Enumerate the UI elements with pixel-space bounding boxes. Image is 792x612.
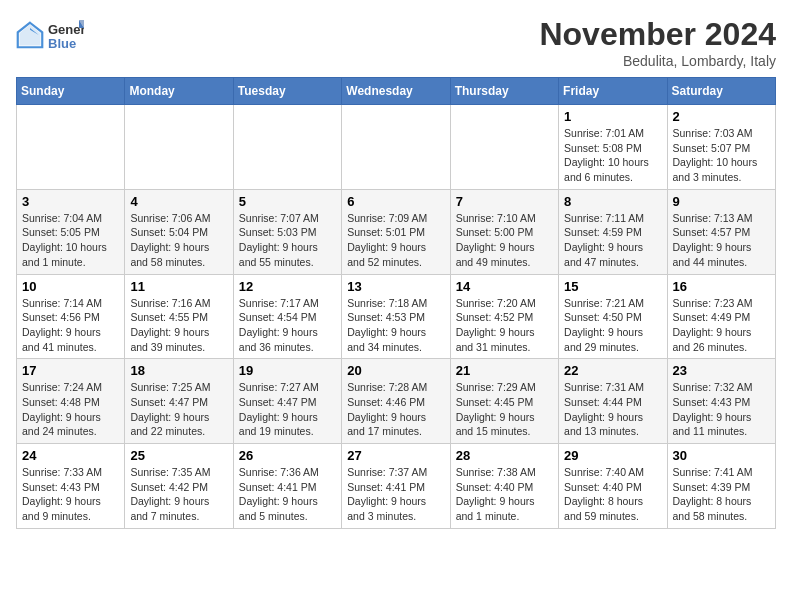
page-header: General Blue November 2024 Bedulita, Lom… [16, 16, 776, 69]
day-number: 20 [347, 363, 444, 378]
day-cell: 13Sunrise: 7:18 AMSunset: 4:53 PMDayligh… [342, 274, 450, 359]
day-cell: 1Sunrise: 7:01 AMSunset: 5:08 PMDaylight… [559, 105, 667, 190]
day-info: Sunrise: 7:24 AMSunset: 4:48 PMDaylight:… [22, 380, 119, 439]
weekday-header-wednesday: Wednesday [342, 78, 450, 105]
day-cell: 15Sunrise: 7:21 AMSunset: 4:50 PMDayligh… [559, 274, 667, 359]
day-info: Sunrise: 7:37 AMSunset: 4:41 PMDaylight:… [347, 465, 444, 524]
day-cell: 4Sunrise: 7:06 AMSunset: 5:04 PMDaylight… [125, 189, 233, 274]
day-number: 29 [564, 448, 661, 463]
day-cell: 27Sunrise: 7:37 AMSunset: 4:41 PMDayligh… [342, 444, 450, 529]
day-info: Sunrise: 7:11 AMSunset: 4:59 PMDaylight:… [564, 211, 661, 270]
day-number: 28 [456, 448, 553, 463]
logo: General Blue [16, 16, 84, 54]
day-info: Sunrise: 7:36 AMSunset: 4:41 PMDaylight:… [239, 465, 336, 524]
day-info: Sunrise: 7:03 AMSunset: 5:07 PMDaylight:… [673, 126, 770, 185]
day-number: 15 [564, 279, 661, 294]
day-info: Sunrise: 7:14 AMSunset: 4:56 PMDaylight:… [22, 296, 119, 355]
day-number: 9 [673, 194, 770, 209]
day-number: 18 [130, 363, 227, 378]
day-cell: 14Sunrise: 7:20 AMSunset: 4:52 PMDayligh… [450, 274, 558, 359]
day-cell [233, 105, 341, 190]
day-info: Sunrise: 7:06 AMSunset: 5:04 PMDaylight:… [130, 211, 227, 270]
day-number: 6 [347, 194, 444, 209]
day-number: 11 [130, 279, 227, 294]
weekday-header-thursday: Thursday [450, 78, 558, 105]
day-cell: 2Sunrise: 7:03 AMSunset: 5:07 PMDaylight… [667, 105, 775, 190]
day-info: Sunrise: 7:35 AMSunset: 4:42 PMDaylight:… [130, 465, 227, 524]
day-cell: 26Sunrise: 7:36 AMSunset: 4:41 PMDayligh… [233, 444, 341, 529]
day-info: Sunrise: 7:29 AMSunset: 4:45 PMDaylight:… [456, 380, 553, 439]
logo-text: General Blue [46, 16, 84, 54]
day-info: Sunrise: 7:32 AMSunset: 4:43 PMDaylight:… [673, 380, 770, 439]
week-row-5: 24Sunrise: 7:33 AMSunset: 4:43 PMDayligh… [17, 444, 776, 529]
day-cell: 25Sunrise: 7:35 AMSunset: 4:42 PMDayligh… [125, 444, 233, 529]
day-cell [342, 105, 450, 190]
day-info: Sunrise: 7:07 AMSunset: 5:03 PMDaylight:… [239, 211, 336, 270]
day-info: Sunrise: 7:28 AMSunset: 4:46 PMDaylight:… [347, 380, 444, 439]
day-number: 5 [239, 194, 336, 209]
svg-text:General: General [48, 22, 84, 37]
week-row-2: 3Sunrise: 7:04 AMSunset: 5:05 PMDaylight… [17, 189, 776, 274]
day-number: 22 [564, 363, 661, 378]
day-cell: 21Sunrise: 7:29 AMSunset: 4:45 PMDayligh… [450, 359, 558, 444]
day-cell: 7Sunrise: 7:10 AMSunset: 5:00 PMDaylight… [450, 189, 558, 274]
day-number: 8 [564, 194, 661, 209]
day-number: 19 [239, 363, 336, 378]
week-row-3: 10Sunrise: 7:14 AMSunset: 4:56 PMDayligh… [17, 274, 776, 359]
day-info: Sunrise: 7:09 AMSunset: 5:01 PMDaylight:… [347, 211, 444, 270]
day-cell: 19Sunrise: 7:27 AMSunset: 4:47 PMDayligh… [233, 359, 341, 444]
day-info: Sunrise: 7:27 AMSunset: 4:47 PMDaylight:… [239, 380, 336, 439]
day-cell: 6Sunrise: 7:09 AMSunset: 5:01 PMDaylight… [342, 189, 450, 274]
weekday-header-sunday: Sunday [17, 78, 125, 105]
day-number: 27 [347, 448, 444, 463]
day-cell: 17Sunrise: 7:24 AMSunset: 4:48 PMDayligh… [17, 359, 125, 444]
day-number: 24 [22, 448, 119, 463]
day-info: Sunrise: 7:17 AMSunset: 4:54 PMDaylight:… [239, 296, 336, 355]
day-info: Sunrise: 7:31 AMSunset: 4:44 PMDaylight:… [564, 380, 661, 439]
day-number: 25 [130, 448, 227, 463]
month-title: November 2024 [539, 16, 776, 53]
day-number: 1 [564, 109, 661, 124]
weekday-header-saturday: Saturday [667, 78, 775, 105]
day-cell: 29Sunrise: 7:40 AMSunset: 4:40 PMDayligh… [559, 444, 667, 529]
day-number: 3 [22, 194, 119, 209]
day-number: 26 [239, 448, 336, 463]
day-number: 16 [673, 279, 770, 294]
day-info: Sunrise: 7:23 AMSunset: 4:49 PMDaylight:… [673, 296, 770, 355]
day-cell: 3Sunrise: 7:04 AMSunset: 5:05 PMDaylight… [17, 189, 125, 274]
day-info: Sunrise: 7:25 AMSunset: 4:47 PMDaylight:… [130, 380, 227, 439]
day-cell: 12Sunrise: 7:17 AMSunset: 4:54 PMDayligh… [233, 274, 341, 359]
day-cell: 28Sunrise: 7:38 AMSunset: 4:40 PMDayligh… [450, 444, 558, 529]
day-cell: 22Sunrise: 7:31 AMSunset: 4:44 PMDayligh… [559, 359, 667, 444]
day-cell: 8Sunrise: 7:11 AMSunset: 4:59 PMDaylight… [559, 189, 667, 274]
title-area: November 2024 Bedulita, Lombardy, Italy [539, 16, 776, 69]
day-number: 7 [456, 194, 553, 209]
day-info: Sunrise: 7:16 AMSunset: 4:55 PMDaylight:… [130, 296, 227, 355]
day-cell: 24Sunrise: 7:33 AMSunset: 4:43 PMDayligh… [17, 444, 125, 529]
day-info: Sunrise: 7:21 AMSunset: 4:50 PMDaylight:… [564, 296, 661, 355]
day-number: 10 [22, 279, 119, 294]
day-number: 21 [456, 363, 553, 378]
day-cell: 5Sunrise: 7:07 AMSunset: 5:03 PMDaylight… [233, 189, 341, 274]
week-row-4: 17Sunrise: 7:24 AMSunset: 4:48 PMDayligh… [17, 359, 776, 444]
day-number: 2 [673, 109, 770, 124]
day-number: 4 [130, 194, 227, 209]
day-number: 17 [22, 363, 119, 378]
weekday-header-row: SundayMondayTuesdayWednesdayThursdayFrid… [17, 78, 776, 105]
day-number: 23 [673, 363, 770, 378]
weekday-header-friday: Friday [559, 78, 667, 105]
day-info: Sunrise: 7:38 AMSunset: 4:40 PMDaylight:… [456, 465, 553, 524]
day-cell: 11Sunrise: 7:16 AMSunset: 4:55 PMDayligh… [125, 274, 233, 359]
day-info: Sunrise: 7:01 AMSunset: 5:08 PMDaylight:… [564, 126, 661, 185]
day-info: Sunrise: 7:20 AMSunset: 4:52 PMDaylight:… [456, 296, 553, 355]
day-number: 12 [239, 279, 336, 294]
week-row-1: 1Sunrise: 7:01 AMSunset: 5:08 PMDaylight… [17, 105, 776, 190]
day-info: Sunrise: 7:18 AMSunset: 4:53 PMDaylight:… [347, 296, 444, 355]
day-info: Sunrise: 7:41 AMSunset: 4:39 PMDaylight:… [673, 465, 770, 524]
day-cell: 20Sunrise: 7:28 AMSunset: 4:46 PMDayligh… [342, 359, 450, 444]
day-cell: 16Sunrise: 7:23 AMSunset: 4:49 PMDayligh… [667, 274, 775, 359]
weekday-header-tuesday: Tuesday [233, 78, 341, 105]
day-cell [450, 105, 558, 190]
location-subtitle: Bedulita, Lombardy, Italy [539, 53, 776, 69]
day-cell [125, 105, 233, 190]
